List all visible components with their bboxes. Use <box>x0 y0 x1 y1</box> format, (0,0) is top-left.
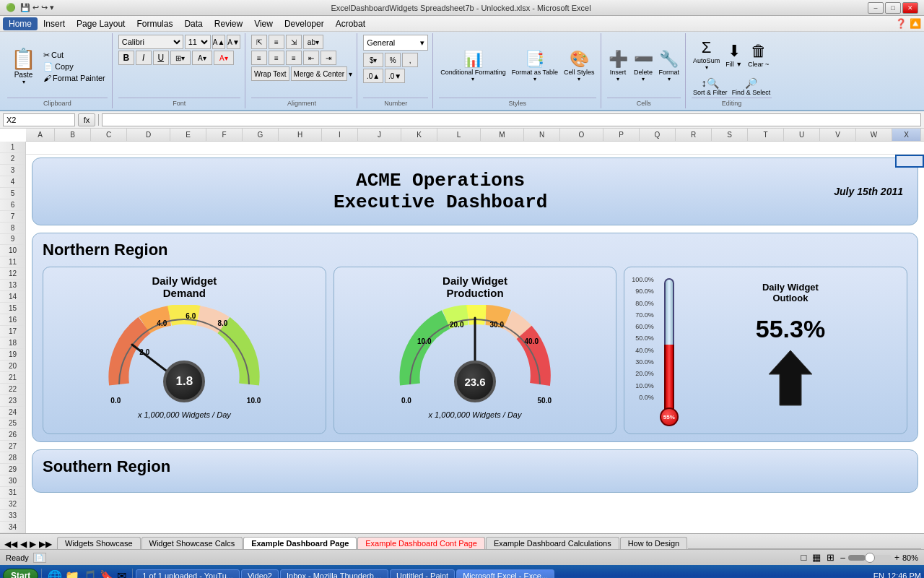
view-layout-icon[interactable]: ▦ <box>812 552 821 563</box>
row-num-8[interactable]: 8 <box>0 223 25 234</box>
row-num-7[interactable]: 7 <box>0 211 25 223</box>
close-button[interactable]: ✕ <box>902 2 918 14</box>
row-num-11[interactable]: 11 <box>0 256 25 268</box>
help-icon[interactable]: ❓ <box>895 18 907 29</box>
format-as-table-button[interactable]: 📑 Format as Table ▾ <box>510 48 559 84</box>
row-num-5[interactable]: 5 <box>0 188 25 199</box>
col-header-k[interactable]: K <box>401 129 437 141</box>
sheet-tab-how-to-design[interactable]: How to Design <box>620 537 688 549</box>
col-header-m[interactable]: M <box>481 129 524 141</box>
tab-scroll-prev[interactable]: ◀ <box>19 539 28 549</box>
font-size-select[interactable]: 11 <box>185 35 211 49</box>
taskbar-item-excel[interactable]: Microsoft Excel - Exce... <box>456 569 554 578</box>
wrap-text-button[interactable]: Wrap Text <box>251 66 289 81</box>
italic-button[interactable]: I <box>136 51 152 65</box>
merge-center-button[interactable]: Merge & Center <box>291 66 348 81</box>
row-num-1[interactable]: 1 <box>0 142 25 153</box>
font-grow-button[interactable]: A▲ <box>212 35 226 49</box>
row-num-3[interactable]: 3 <box>0 165 25 176</box>
row-num-26[interactable]: 26 <box>0 429 25 441</box>
zoom-slider[interactable] <box>848 555 892 561</box>
row-num-19[interactable]: 19 <box>0 349 25 361</box>
zoom-out-button[interactable]: – <box>840 553 845 563</box>
row-num-9[interactable]: 9 <box>0 234 25 246</box>
col-header-o[interactable]: O <box>560 129 603 141</box>
menu-developer[interactable]: Developer <box>279 17 330 30</box>
format-painter-button[interactable]: 🖌 Format Painter <box>41 73 108 83</box>
percent-button[interactable]: % <box>385 53 401 67</box>
row-num-21[interactable]: 21 <box>0 372 25 384</box>
menu-data[interactable]: Data <box>178 17 208 30</box>
menu-review[interactable]: Review <box>209 17 248 30</box>
row-num-13[interactable]: 13 <box>0 280 25 291</box>
row-num-27[interactable]: 27 <box>0 441 25 452</box>
menu-formulas[interactable]: Formulas <box>131 17 178 30</box>
row-num-25[interactable]: 25 <box>0 418 25 430</box>
sheet-tab-widgets-showcase[interactable]: Widgets Showcase <box>57 537 141 549</box>
tab-scroll-next[interactable]: ▶ <box>28 539 38 549</box>
row-num-20[interactable]: 20 <box>0 361 25 372</box>
font-shrink-button[interactable]: A▼ <box>227 35 240 49</box>
taskbar-item-thunderbird[interactable]: Inbox - Mozilla Thunderbird <box>280 569 388 578</box>
maximize-button[interactable]: □ <box>885 2 901 14</box>
row-num-24[interactable]: 24 <box>0 407 25 418</box>
fill-button[interactable]: ⬇ Fill ▼ <box>724 40 744 69</box>
window-controls[interactable]: – □ ✕ <box>868 2 918 14</box>
col-header-g[interactable]: G <box>243 129 279 141</box>
view-normal-icon[interactable]: □ <box>801 552 806 563</box>
sheet-tab-example-dashboard-cont[interactable]: Example Dashboard Cont Page <box>357 537 485 549</box>
col-header-n[interactable]: N <box>524 129 560 141</box>
tab-scroll-left[interactable]: ◀◀ <box>3 539 19 549</box>
col-header-d[interactable]: D <box>127 129 170 141</box>
sort-filter-button[interactable]: ↕🔍 Sort & Filter <box>692 76 729 98</box>
col-header-i[interactable]: I <box>322 129 358 141</box>
taskbar-ie-icon[interactable]: 🌐 <box>48 569 62 579</box>
orientation-button[interactable]: ab▾ <box>303 35 323 49</box>
col-header-e[interactable]: E <box>170 129 206 141</box>
cut-button[interactable]: ✂ Cut <box>41 50 108 61</box>
row-num-18[interactable]: 18 <box>0 337 25 349</box>
formula-input[interactable] <box>102 113 921 126</box>
taskbar-item-paint[interactable]: Untitled - Paint <box>390 569 455 578</box>
row-num-12[interactable]: 12 <box>0 268 25 280</box>
minimize-button[interactable]: – <box>868 2 884 14</box>
start-button[interactable]: Start <box>3 569 38 578</box>
menu-insert[interactable]: Insert <box>38 17 71 30</box>
row-num-23[interactable]: 23 <box>0 395 25 407</box>
insert-cells-button[interactable]: ➕ Insert ▾ <box>607 48 629 84</box>
row-num-32[interactable]: 32 <box>0 499 25 510</box>
taskbar-item-video2[interactable]: Video2 <box>241 569 279 578</box>
cell-styles-button[interactable]: 🎨 Cell Styles ▾ <box>562 48 596 84</box>
row-num-15[interactable]: 15 <box>0 303 25 314</box>
col-header-r[interactable]: R <box>676 129 712 141</box>
row-num-16[interactable]: 16 <box>0 314 25 326</box>
decrease-decimal-button[interactable]: .0▼ <box>385 69 405 83</box>
col-header-j[interactable]: J <box>358 129 401 141</box>
taskbar-item-youtube[interactable]: 1 of 1 uploaded - YouTu... <box>136 569 240 578</box>
row-num-2[interactable]: 2 <box>0 153 25 165</box>
taskbar-mail-icon[interactable]: ✉ <box>117 569 126 579</box>
row-num-6[interactable]: 6 <box>0 199 25 211</box>
increase-decimal-button[interactable]: .0▲ <box>363 69 383 83</box>
accounting-button[interactable]: $▾ <box>363 53 383 67</box>
align-right-button[interactable]: ≡ <box>286 51 302 65</box>
row-num-31[interactable]: 31 <box>0 487 25 499</box>
comma-button[interactable]: , <box>402 53 418 67</box>
taskbar-misc-icon[interactable]: 🔖 <box>100 569 114 579</box>
zoom-level[interactable]: 80% <box>902 553 918 562</box>
align-left-button[interactable]: ≡ <box>251 51 267 65</box>
font-name-select[interactable]: Calibri <box>118 35 183 49</box>
col-header-a[interactable]: A <box>26 129 55 141</box>
col-header-p[interactable]: P <box>603 129 640 141</box>
format-cells-button[interactable]: 🔧 Format ▾ <box>658 48 681 84</box>
menu-home[interactable]: Home <box>3 17 38 30</box>
autosum-button[interactable]: Σ AutoSum ▾ <box>692 37 721 72</box>
clear-button[interactable]: 🗑 Clear ~ <box>746 40 770 69</box>
font-color-button[interactable]: A▾ <box>214 51 234 65</box>
borders-button[interactable]: ⊞▾ <box>170 51 191 65</box>
row-num-14[interactable]: 14 <box>0 291 25 303</box>
find-select-button[interactable]: 🔎 Find & Select <box>731 76 772 98</box>
bold-button[interactable]: B <box>118 51 134 65</box>
view-page-break-icon[interactable]: ⊞ <box>827 552 834 563</box>
col-header-u[interactable]: U <box>784 129 820 141</box>
